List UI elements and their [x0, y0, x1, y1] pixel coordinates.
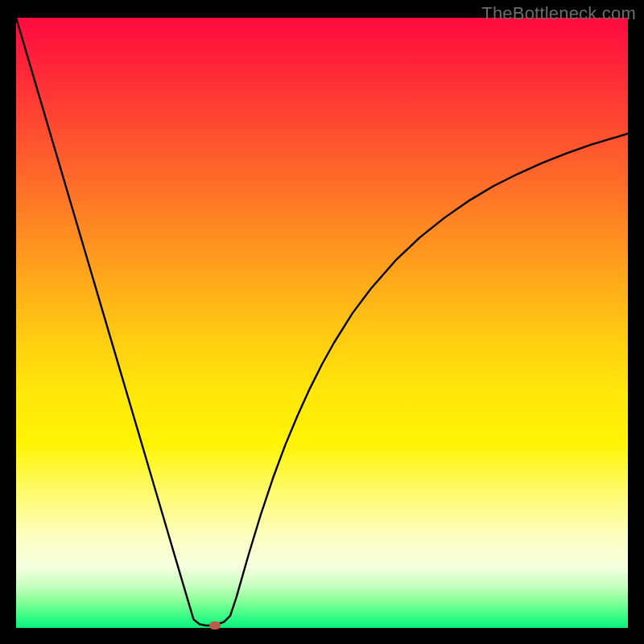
- plot-area: [16, 18, 628, 628]
- chart-frame: TheBottleneck.com: [0, 0, 644, 644]
- curve-svg: [16, 18, 628, 628]
- watermark-text: TheBottleneck.com: [481, 3, 636, 24]
- bottleneck-curve: [16, 18, 628, 625]
- plot-inner: [16, 18, 628, 628]
- optimal-point-marker: [209, 621, 221, 630]
